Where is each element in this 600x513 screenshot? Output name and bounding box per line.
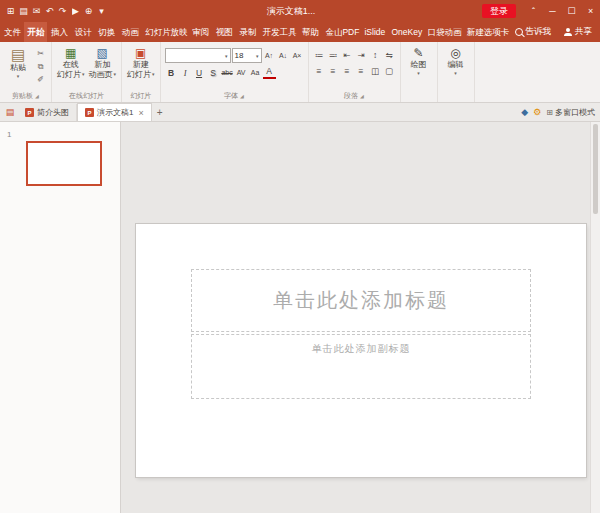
theme-icon[interactable]: ◆ — [521, 107, 528, 117]
document-bar-right-tools: ◆ ⚙ ⊞ 多窗口模式 — [521, 107, 600, 118]
editing-icon: ◎ — [450, 46, 460, 60]
ribbon-tab-design[interactable]: 设计 — [71, 22, 95, 42]
ribbon-display-options-icon[interactable]: ˆ — [524, 0, 543, 22]
text-direction-icon[interactable]: ⇋ — [383, 48, 396, 61]
font-color-icon[interactable]: A — [263, 66, 276, 79]
character-spacing-icon[interactable]: AV — [235, 66, 248, 79]
doc-tab-intro-header[interactable]: P 简介头图 — [18, 104, 77, 121]
ribbon-tab-view[interactable]: 视图 — [212, 22, 236, 42]
convert-to-smartart-icon[interactable]: ▢ — [383, 64, 396, 77]
login-button[interactable]: 登录 — [482, 4, 516, 18]
close-tab-icon[interactable]: × — [138, 108, 143, 118]
copy-button[interactable]: ⧉ — [34, 61, 47, 72]
ribbon-tab-insert[interactable]: 插入 — [47, 22, 71, 42]
ribbon-tab-onekey[interactable]: OneKey — [388, 22, 424, 42]
ribbon-tab-jinshan-pdf[interactable]: 金山PDF — [321, 22, 360, 42]
font-dialog-launcher-icon[interactable]: ◢ — [240, 93, 244, 99]
font-name-select[interactable]: ▾ — [165, 48, 231, 63]
cut-button[interactable]: ✂ — [34, 48, 47, 59]
drawing-button[interactable]: ✎ 绘图 ▾ — [405, 45, 433, 77]
customize-quick-access-icon[interactable]: ▾ — [95, 0, 108, 22]
dropdown-arrow-icon: ▾ — [82, 71, 85, 77]
online-slides-button[interactable]: ▦ 在线 幻灯片 ▾ — [56, 45, 86, 80]
scrollbar-thumb[interactable] — [593, 124, 598, 214]
text-shadow-icon[interactable]: S — [207, 66, 220, 79]
file-list-icon[interactable]: ▤ — [2, 107, 18, 117]
font-size-select[interactable]: 18 ▾ — [232, 48, 262, 63]
ribbon-tab-help[interactable]: 帮助 — [298, 22, 322, 42]
ribbon-tab-home[interactable]: 开始 — [24, 22, 48, 42]
settings-gear-icon[interactable]: ⚙ — [533, 107, 541, 117]
vertical-scrollbar[interactable] — [590, 122, 600, 513]
slideshow-from-start-icon[interactable]: ▶ — [69, 0, 82, 22]
clear-formatting-icon[interactable]: A× — [291, 49, 304, 62]
ribbon-tab-developer[interactable]: 开发工具 — [259, 22, 298, 42]
add-animation-page-label-line1: 新加 — [94, 60, 110, 70]
ribbon-tab-pocket-animation[interactable]: 口袋动画 — [424, 22, 463, 42]
align-center-icon[interactable]: ≡ — [327, 64, 340, 77]
slide-canvas[interactable]: 单击此处添加标题 单击此处添加副标题 — [136, 224, 586, 477]
ribbon-tab-review[interactable]: 审阅 — [188, 22, 212, 42]
slide-thumbnail[interactable] — [26, 141, 102, 186]
underline-icon[interactable]: U — [193, 66, 206, 79]
line-spacing-icon[interactable]: ↕ — [369, 48, 382, 61]
decrease-indent-icon[interactable]: ⇤ — [341, 48, 354, 61]
online-slides-group: ▦ 在线 幻灯片 ▾ ▧ 新加 动画页 ▾ 在线幻灯片 — [52, 42, 122, 102]
doc-tab-presentation1[interactable]: P 演示文稿1 × — [77, 103, 152, 121]
italic-icon[interactable]: I — [179, 66, 192, 79]
ribbon-tab-new-tab[interactable]: 新建选项卡 — [463, 22, 510, 42]
justify-icon[interactable]: ≡ — [355, 64, 368, 77]
slide-editing-area: 单击此处添加标题 单击此处添加副标题 — [121, 122, 600, 513]
grow-font-icon[interactable]: A↑ — [263, 49, 276, 62]
strikethrough-icon[interactable]: abc — [221, 66, 234, 79]
ribbon-tab-file[interactable]: 文件 — [0, 22, 24, 42]
align-left-icon[interactable]: ≡ — [313, 64, 326, 77]
ribbon-tab-animations[interactable]: 动画 — [118, 22, 142, 42]
numbering-icon[interactable]: ≕ — [327, 48, 340, 61]
paste-label: 粘贴 — [10, 63, 26, 73]
bold-icon[interactable]: B — [165, 66, 178, 79]
tell-me-box[interactable]: 告诉我 — [510, 22, 557, 42]
new-document-tab-button[interactable]: + — [152, 107, 168, 118]
app-icon[interactable]: ⊞ — [4, 0, 17, 22]
paste-button[interactable]: ▤ 粘贴 ▾ — [4, 45, 32, 80]
dropdown-arrow-icon: ▾ — [454, 70, 457, 76]
change-case-icon[interactable]: Aa — [249, 66, 262, 79]
editing-button[interactable]: ◎ 编辑 ▾ — [442, 45, 470, 77]
save-icon[interactable]: ▤ — [17, 0, 30, 22]
new-slide-icon: ▣ — [135, 46, 146, 60]
share-label: 共享 — [575, 26, 592, 38]
clipboard-small-buttons: ✂ ⧉ ✐ — [34, 45, 47, 85]
add-animation-page-button[interactable]: ▧ 新加 动画页 ▾ — [88, 45, 118, 80]
redo-icon[interactable]: ↷ — [56, 0, 69, 22]
ribbon-tab-record[interactable]: 录制 — [235, 22, 259, 42]
ribbon-tab-islide[interactable]: iSlide — [360, 22, 387, 42]
title-placeholder[interactable]: 单击此处添加标题 — [191, 269, 531, 332]
clipboard-dialog-launcher-icon[interactable]: ◢ — [35, 93, 39, 99]
ribbon-tab-transitions[interactable]: 切换 — [94, 22, 118, 42]
shrink-font-icon[interactable]: A↓ — [277, 49, 290, 62]
multi-window-mode-button[interactable]: ⊞ 多窗口模式 — [546, 107, 595, 118]
share-button[interactable]: 共享 — [556, 22, 600, 42]
subtitle-placeholder[interactable]: 单击此处添加副标题 — [191, 334, 531, 399]
paragraph-group: ≔ ≕ ⇤ ⇥ ↕ ⇋ ≡ ≡ ≡ ≡ ◫ ▢ 段落 ◢ — [309, 42, 401, 102]
editing-label: 编辑 — [448, 60, 464, 70]
ribbon-tab-slideshow[interactable]: 幻灯片放映 — [141, 22, 188, 42]
close-button[interactable]: × — [581, 0, 600, 22]
format-painter-button[interactable]: ✐ — [34, 74, 47, 85]
chevron-down-icon: ▾ — [256, 53, 259, 59]
dropdown-arrow-icon: ▾ — [152, 71, 155, 77]
touch-mode-icon[interactable]: ⊕ — [82, 0, 95, 22]
new-slide-button[interactable]: ▣ 新建 幻灯片 ▾ — [126, 45, 156, 80]
undo-icon[interactable]: ↶ — [43, 0, 56, 22]
minimize-button[interactable]: ─ — [543, 0, 562, 22]
maximize-button[interactable]: ☐ — [562, 0, 581, 22]
bullets-icon[interactable]: ≔ — [313, 48, 326, 61]
increase-indent-icon[interactable]: ⇥ — [355, 48, 368, 61]
email-icon[interactable]: ✉ — [30, 0, 43, 22]
clipboard-group: ▤ 粘贴 ▾ ✂ ⧉ ✐ 剪贴板 ◢ — [0, 42, 52, 102]
columns-icon[interactable]: ◫ — [369, 64, 382, 77]
paragraph-dialog-launcher-icon[interactable]: ◢ — [360, 93, 364, 99]
align-right-icon[interactable]: ≡ — [341, 64, 354, 77]
add-animation-page-icon: ▧ — [97, 46, 108, 60]
